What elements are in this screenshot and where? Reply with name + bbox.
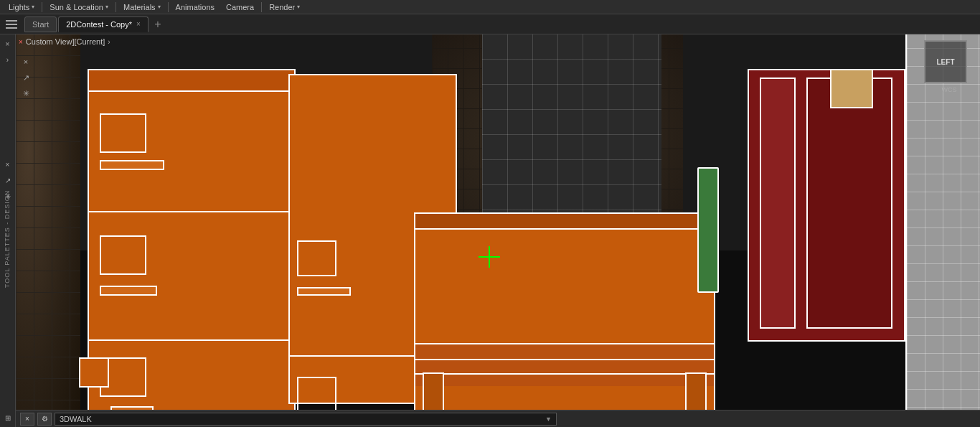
cab-drawer-1 (100, 113, 146, 153)
cab-drawer-2 (100, 235, 146, 275)
nav-cube[interactable]: LEFT WCS (924, 40, 974, 90)
right-cabinet-panel (806, 78, 892, 329)
sidebar-grid-btn[interactable]: ⊞ (1, 411, 14, 424)
left-sidebar: × › × ↗ ✳ ⊞ TOOL PALETTES - DESIGN (0, 34, 16, 427)
status-bar: × ⚙ 3DWALK ▼ (16, 410, 980, 427)
cab-handle-1 (100, 160, 164, 170)
menu-sun-location[interactable]: Sun & Location ▾ (44, 1, 114, 13)
menu-separator-3 (168, 2, 169, 12)
top-menu-bar: Lights ▾ Sun & Location ▾ Materials ▾ An… (0, 0, 980, 14)
vp-icon-3[interactable]: ✳ (20, 88, 32, 99)
viewport-arrow-icon: › (108, 38, 110, 46)
nav-cube-box[interactable]: LEFT (924, 40, 967, 83)
sidebar-arrow-btn[interactable]: › (1, 53, 14, 66)
small-box-bottom (79, 357, 109, 388)
render-arrow-icon: ▾ (297, 4, 300, 10)
viewport-label: × Custom View][Current] › (19, 37, 110, 46)
sun-arrow-icon: ▾ (105, 4, 108, 10)
sidebar-asterisk-btn[interactable]: ✳ (1, 189, 14, 202)
desk (414, 212, 715, 417)
sidebar-x-btn[interactable]: × (1, 158, 14, 171)
filing-cabinet-large (88, 69, 296, 421)
desk-drawer-area (415, 343, 714, 386)
desk-drawer-line-1 (415, 359, 714, 360)
right-cabinet (748, 69, 905, 342)
viewport-icon-panel: × ↗ ✳ (20, 56, 32, 99)
materials-arrow-icon: ▾ (158, 4, 161, 10)
status-mode-dropdown[interactable]: 3DWALK ▼ (55, 413, 557, 426)
tab-close-button[interactable]: × (136, 20, 141, 28)
wireframe-panel-right (905, 34, 980, 427)
menu-lights[interactable]: Lights ▾ (3, 1, 40, 13)
sidebar-close-btn[interactable]: × (1, 37, 14, 50)
menu-separator-2 (116, 2, 116, 12)
right-cabinet-inner (760, 78, 796, 329)
wireframe-grid (907, 34, 980, 427)
menu-materials[interactable]: Materials ▾ (118, 1, 166, 13)
nav-cube-wcs-label: WCS (924, 86, 974, 93)
vp-icon-2[interactable]: ↗ (20, 72, 32, 83)
hamburger-menu-button[interactable] (3, 17, 20, 32)
desk-leg-left (423, 372, 444, 416)
menu-render[interactable]: Render ▾ (263, 1, 306, 13)
menu-camera[interactable]: Camera (220, 1, 260, 13)
vp-icon-1[interactable]: × (20, 56, 32, 67)
main-content: × › × ↗ ✳ ⊞ TOOL PALETTES - DESIGN (0, 34, 980, 427)
tab-add-button[interactable]: + (150, 17, 166, 32)
desk-leg-right (685, 372, 707, 416)
cab-divider-2 (89, 339, 294, 341)
desk-top-surface (415, 214, 714, 230)
status-x-button[interactable]: × (20, 413, 34, 426)
tab-2dcontest[interactable]: 2DContest - Copy* × (58, 17, 149, 32)
cab-divider-1 (89, 211, 294, 212)
tool-palettes-label: TOOL PALETTES - DESIGN (4, 190, 11, 288)
crosshair-cursor (479, 246, 500, 268)
3d-scene (16, 34, 980, 427)
sidebar-move-btn[interactable]: ↗ (1, 174, 14, 187)
menu-separator-1 (42, 2, 42, 12)
status-mode-value: 3DWALK (60, 415, 92, 423)
tab-bar: Start 2DContest - Copy* × + (0, 14, 980, 34)
tab-start[interactable]: Start (24, 17, 57, 32)
mid-drawer-2 (297, 377, 336, 413)
status-dropdown-arrow-icon: ▼ (545, 416, 552, 423)
viewport-name: Custom View][Current] (26, 37, 105, 46)
top-box (830, 69, 873, 108)
menu-separator-4 (261, 2, 262, 12)
lights-arrow-icon: ▾ (32, 4, 34, 10)
mid-handle-1 (297, 287, 351, 296)
desk-drawer-line-2 (415, 373, 714, 375)
cab-handle-2 (100, 286, 157, 296)
status-settings-button[interactable]: ⚙ (37, 413, 52, 426)
green-cylinder (697, 167, 719, 293)
viewport-close-icon[interactable]: × (19, 38, 23, 46)
nav-cube-face-label: LEFT (937, 58, 955, 66)
viewport[interactable]: × Custom View][Current] › × ↗ ✳ LEFT WCS… (16, 34, 980, 427)
mid-drawer-1 (297, 240, 336, 276)
menu-animations[interactable]: Animations (170, 1, 220, 13)
cabinet-top (89, 70, 294, 92)
